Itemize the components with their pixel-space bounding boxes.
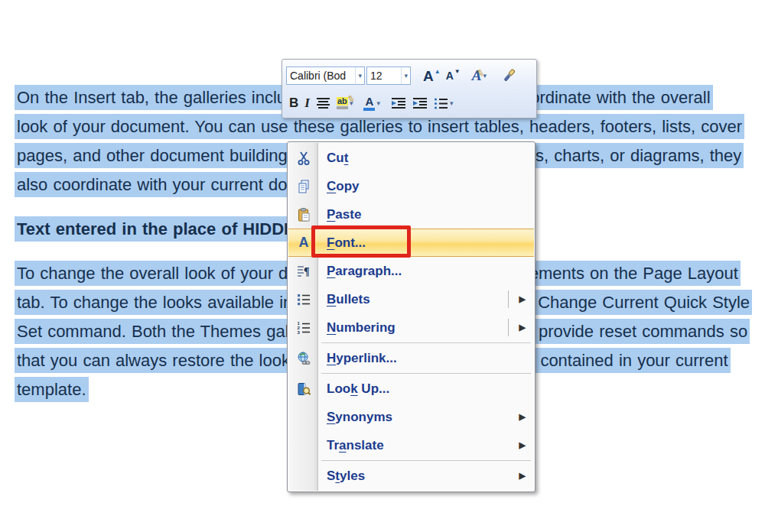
pen-icon: ✎: [347, 94, 356, 105]
document-line[interactable]: template.: [15, 380, 89, 399]
copy-icon: [288, 179, 319, 194]
decrease-indent-icon: [391, 97, 406, 110]
paste-icon: [288, 207, 319, 222]
highlight-color-button[interactable]: ab ✎ ▾: [334, 92, 356, 115]
chevron-down-icon[interactable]: ▾: [376, 99, 380, 107]
increase-indent-button[interactable]: [409, 92, 431, 115]
format-painter-icon: [500, 67, 517, 84]
mini-toolbar-row-1: Calibri (Bod ▾ 12 ▾ A▲ A▼ A ✎ ▾: [286, 62, 532, 89]
mini-toolbar-row-2: B I ab ✎ ▾ A ▾: [286, 89, 532, 117]
down-arrow-icon: ▼: [454, 68, 461, 75]
menu-item-label: Copy: [327, 179, 360, 194]
menu-item-label: Paragraph...: [327, 264, 402, 279]
submenu-arrow-icon[interactable]: ▶: [519, 294, 526, 304]
submenu-arrow-icon[interactable]: ▶: [519, 323, 526, 332]
menu-separator: [321, 373, 531, 374]
submenu-arrow-icon: ▶: [519, 440, 526, 450]
menu-item-styles[interactable]: Styles ▶: [288, 462, 534, 490]
annotation-highlight-box: [311, 225, 411, 258]
quick-styles-button[interactable]: A ✎ ▾: [469, 64, 490, 87]
menu-item-label: Bullets: [327, 292, 370, 307]
context-menu: Cut Copy Paste A Font... ¶ Paragraph...: [287, 141, 536, 492]
menu-item-label: Cut: [327, 151, 348, 166]
font-size-value: 12: [367, 70, 401, 82]
menu-item-copy[interactable]: Copy: [288, 172, 534, 200]
center-align-icon: [316, 97, 330, 110]
center-align-button[interactable]: [313, 92, 334, 115]
format-painter-button[interactable]: [497, 64, 520, 87]
menu-item-label: Look Up...: [327, 381, 389, 397]
menu-item-translate[interactable]: Translate ▶: [288, 431, 534, 459]
menu-item-label: Paste: [327, 207, 361, 222]
submenu-arrow-icon: ▶: [519, 471, 526, 481]
menu-item-paste[interactable]: Paste: [288, 200, 534, 229]
menu-item-look-up[interactable]: Look Up...: [288, 375, 534, 403]
hyperlink-icon: [288, 351, 319, 366]
font-color-bar: [363, 108, 375, 111]
menu-item-cut[interactable]: Cut: [288, 144, 534, 172]
bold-button[interactable]: B: [286, 92, 301, 115]
bullets-icon: [434, 97, 448, 110]
page: On the Insert tab, the galleries include…: [0, 0, 765, 532]
menu-separator: [321, 460, 531, 461]
cut-icon: [288, 151, 319, 166]
bullets-icon: [288, 292, 319, 307]
look-up-icon: [288, 381, 319, 397]
paragraph-icon: ¶: [288, 264, 319, 279]
menu-separator: [321, 342, 531, 343]
shrink-font-button[interactable]: A▼: [443, 64, 463, 87]
menu-item-label: Synonyms: [327, 410, 392, 425]
menu-item-numbering[interactable]: 123 Numbering ▶: [288, 313, 534, 342]
menu-item-paragraph[interactable]: ¶ Paragraph...: [288, 257, 534, 285]
font-name-value: Calibri (Bod: [287, 70, 355, 82]
split-divider: [508, 290, 509, 308]
menu-item-label: Translate: [327, 438, 384, 453]
highlight-color-bar: [337, 106, 348, 109]
document-heading[interactable]: Text entered in the place of HIDDEN: [15, 219, 310, 238]
menu-item-bullets[interactable]: Bullets ▶: [288, 285, 534, 313]
increase-indent-icon: [412, 97, 428, 110]
svg-text:¶: ¶: [304, 266, 310, 277]
document-line[interactable]: look of your document. You can use these…: [15, 117, 744, 136]
menu-item-label: Styles: [327, 469, 365, 484]
menu-item-hyperlink[interactable]: Hyperlink...: [288, 344, 534, 372]
mini-toolbar: Calibri (Bod ▾ 12 ▾ A▲ A▼ A ✎ ▾: [282, 59, 537, 118]
italic-button[interactable]: I: [301, 92, 313, 115]
up-arrow-icon: ▲: [435, 68, 441, 75]
menu-item-label: Numbering: [327, 320, 396, 336]
menu-item-label: Hyperlink...: [327, 351, 397, 366]
chevron-down-icon[interactable]: ▾: [450, 99, 454, 107]
chevron-down-icon[interactable]: ▾: [401, 67, 410, 84]
font-name-combo[interactable]: Calibri (Bod ▾: [286, 66, 365, 85]
svg-text:3: 3: [298, 330, 301, 335]
submenu-arrow-icon: ▶: [519, 412, 526, 422]
font-size-combo[interactable]: 12 ▾: [366, 66, 411, 85]
numbering-icon: 123: [288, 320, 319, 336]
grow-font-button[interactable]: A▲: [420, 64, 443, 87]
font-color-button[interactable]: A ▾: [360, 92, 383, 115]
bullets-button[interactable]: ▾: [431, 92, 457, 115]
menu-item-synonyms[interactable]: Synonyms ▶: [288, 403, 534, 431]
chevron-down-icon[interactable]: ▾: [355, 67, 364, 84]
split-divider: [508, 319, 509, 336]
decrease-indent-button[interactable]: [388, 92, 409, 115]
